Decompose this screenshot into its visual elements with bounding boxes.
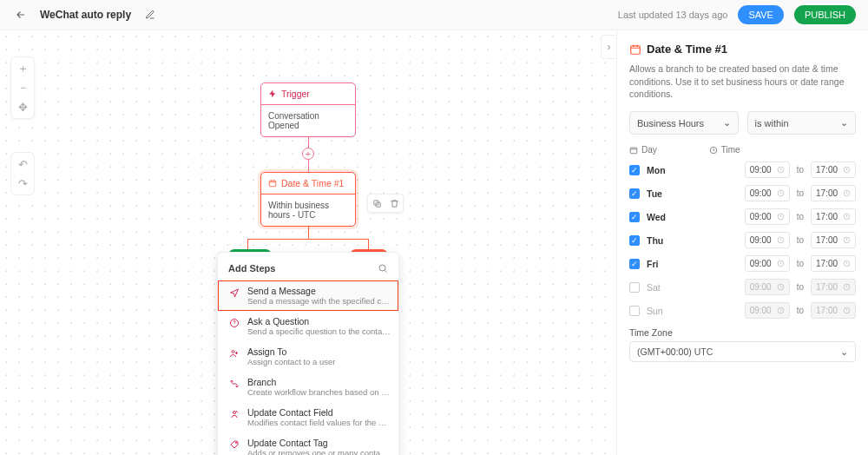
time-from-input[interactable]: 09:00 (745, 255, 790, 272)
to-label: to (797, 188, 804, 198)
datetime-node[interactable]: Date & Time #1 Within business hours - U… (260, 172, 356, 227)
time-from-input[interactable]: 09:00 (745, 162, 790, 178)
to-label: to (797, 235, 804, 245)
to-label: to (797, 165, 804, 175)
day-row-tue: ✓Tue09:00to17:00 (629, 185, 856, 201)
step-desc: Create workflow branches based on condit… (247, 387, 391, 397)
step-title: Update Contact Field (247, 407, 391, 418)
day-label: Sat (647, 282, 671, 293)
chevron-down-icon: ⌄ (840, 117, 848, 129)
time-to-input[interactable]: 17:00 (811, 185, 856, 201)
time-from-input[interactable]: 09:00 (745, 185, 790, 201)
step-desc: Modifies contact field values for the co… (247, 418, 391, 427)
trigger-node-subtitle: Conversation Opened (261, 105, 355, 136)
time-from-input[interactable]: 09:00 (745, 208, 790, 225)
workflow-title: WeChat auto reply (40, 9, 131, 21)
day-checkbox[interactable]: ✓ (629, 235, 640, 246)
time-to-input: 17:00 (811, 302, 856, 319)
step-option-branch[interactable]: BranchCreate workflow branches based on … (218, 372, 398, 402)
calendar-icon (629, 146, 638, 155)
clock-icon (709, 146, 718, 155)
day-label: Mon (647, 165, 671, 175)
time-to-input[interactable]: 17:00 (811, 208, 856, 225)
day-checkbox[interactable]: ✓ (629, 306, 640, 316)
to-label: to (797, 282, 804, 292)
to-label: to (797, 212, 804, 221)
operator-select[interactable]: is within⌄ (747, 111, 857, 135)
top-bar: WeChat auto reply Last updated 13 days a… (0, 0, 868, 30)
time-column-label: Time (721, 145, 740, 155)
svg-point-5 (232, 351, 234, 353)
timezone-select[interactable]: (GMT+00:00) UTC⌄ (629, 341, 856, 362)
svg-rect-9 (630, 148, 637, 154)
step-option-update-contact-tag[interactable]: Update Contact TagAdds or removes one or… (218, 432, 398, 455)
zoom-out-icon[interactable]: － (15, 80, 30, 96)
svg-point-6 (233, 412, 236, 414)
canvas-zoom-toolbar: ＋ － ✥ (10, 56, 35, 119)
datetime-node-title: Date & Time #1 (281, 178, 344, 188)
sidebar-title: Date & Time #1 (647, 43, 727, 56)
zoom-in-icon[interactable]: ＋ (15, 61, 30, 76)
datetime-node-subtitle: Within business hours - UTC (261, 195, 355, 226)
step-desc: Send a specific question to the contact … (247, 326, 391, 336)
time-from-input: 09:00 (745, 302, 790, 319)
time-to-input[interactable]: 17:00 (811, 255, 856, 272)
step-option-update-contact-field[interactable]: Update Contact FieldModifies contact fie… (218, 402, 398, 432)
edit-title-icon[interactable] (141, 6, 159, 23)
step-title: Branch (247, 377, 391, 387)
day-checkbox[interactable]: ✓ (629, 212, 640, 222)
flow-canvas[interactable]: ＋ － ✥ ↶ ↷ Trigger Conversation Opened + … (0, 30, 616, 455)
day-checkbox[interactable]: ✓ (629, 259, 640, 269)
back-icon[interactable] (12, 6, 30, 23)
timezone-label: Time Zone (629, 327, 856, 338)
step-icon (228, 378, 240, 390)
step-option-assign-to[interactable]: Assign ToAssign contact to a user (218, 341, 398, 372)
collapse-sidebar-icon[interactable]: › (601, 35, 616, 59)
node-hover-tools (367, 194, 404, 213)
save-button[interactable]: SAVE (738, 5, 784, 24)
step-option-send-a-message[interactable]: Send a MessageSend a message with the sp… (218, 280, 398, 311)
day-row-sun: ✓Sun09:00to17:00 (629, 302, 856, 319)
to-label: to (797, 259, 804, 268)
step-title: Assign To (247, 346, 335, 357)
day-column-label: Day (641, 145, 657, 155)
day-label: Sun (647, 306, 671, 316)
time-to-input: 17:00 (811, 279, 856, 295)
sidebar-desc: Allows a branch to be created based on d… (629, 63, 856, 101)
search-icon[interactable] (378, 263, 388, 274)
svg-rect-8 (631, 45, 641, 53)
day-checkbox[interactable]: ✓ (629, 282, 640, 293)
redo-icon[interactable]: ↷ (15, 175, 30, 191)
step-icon (228, 439, 240, 451)
time-to-input[interactable]: 17:00 (811, 162, 856, 178)
add-steps-title: Add Steps (228, 263, 275, 274)
last-updated-label: Last updated 13 days ago (618, 10, 728, 20)
bolt-icon (268, 89, 277, 98)
time-from-input[interactable]: 09:00 (745, 232, 790, 248)
trigger-node[interactable]: Trigger Conversation Opened (260, 82, 356, 137)
fit-view-icon[interactable]: ✥ (15, 99, 30, 115)
day-row-thu: ✓Thu09:00to17:00 (629, 232, 856, 248)
condition-type-select[interactable]: Business Hours⌄ (629, 111, 739, 135)
config-sidebar: Date & Time #1 Allows a branch to be cre… (616, 30, 868, 455)
undo-icon[interactable]: ↶ (15, 156, 30, 172)
day-row-wed: ✓Wed09:00to17:00 (629, 208, 856, 225)
step-desc: Assign contact to a user (247, 357, 335, 366)
day-checkbox[interactable]: ✓ (629, 165, 640, 175)
step-option-ask-a-question[interactable]: Ask a QuestionSend a specific question t… (218, 311, 398, 341)
day-row-fri: ✓Fri09:00to17:00 (629, 255, 856, 272)
step-icon (228, 408, 240, 420)
svg-point-3 (379, 265, 385, 271)
day-checkbox[interactable]: ✓ (629, 188, 640, 199)
step-desc: Adds or removes one or many contact's ta… (247, 448, 391, 455)
svg-point-7 (235, 442, 237, 444)
time-to-input[interactable]: 17:00 (811, 232, 856, 248)
day-label: Thu (647, 235, 671, 246)
day-label: Fri (647, 259, 671, 269)
copy-node-icon[interactable] (368, 195, 385, 212)
delete-node-icon[interactable] (385, 195, 403, 212)
step-icon (228, 287, 240, 299)
publish-button[interactable]: PUBLISH (794, 5, 856, 24)
trigger-node-title: Trigger (281, 89, 310, 99)
add-step-plus[interactable]: + (302, 148, 314, 160)
